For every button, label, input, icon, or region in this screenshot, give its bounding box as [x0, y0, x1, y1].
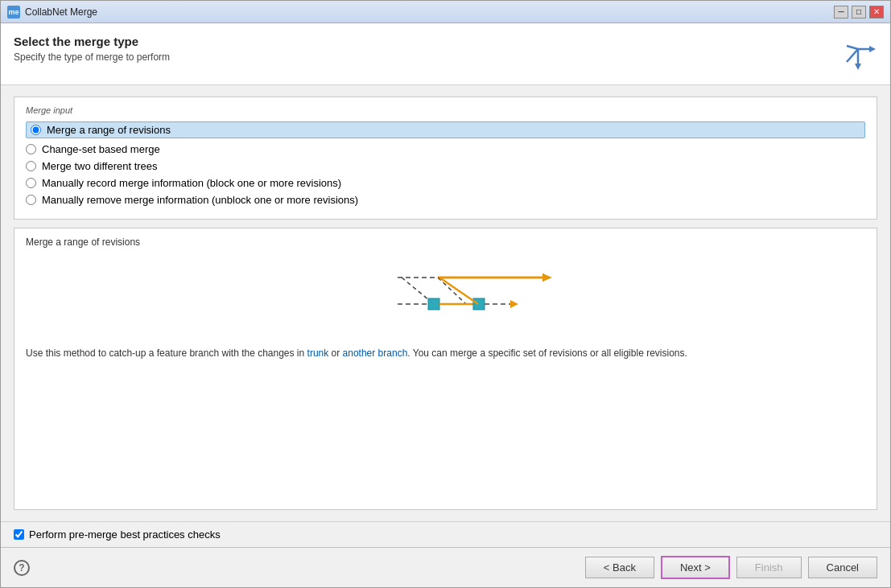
radio-two-trees[interactable] — [26, 161, 36, 171]
radio-manual-remove[interactable] — [26, 195, 36, 205]
main-content: Merge input Merge a range of revisions C… — [1, 85, 890, 521]
svg-line-0 — [847, 49, 858, 62]
radio-changeset[interactable] — [26, 144, 36, 154]
pre-merge-checkbox[interactable] — [14, 529, 24, 540]
bottom-left: ? — [14, 560, 30, 576]
radio-manual-record[interactable] — [26, 178, 36, 188]
header-icon-area — [839, 35, 877, 73]
svg-line-18 — [439, 278, 478, 304]
radio-label-1: Merge a range of revisions — [47, 124, 171, 136]
page-title: Select the merge type — [14, 35, 170, 48]
window-controls: ─ □ ✕ — [834, 6, 884, 19]
svg-marker-3 — [869, 46, 876, 52]
radio-option-4[interactable]: Manually record merge information (block… — [26, 177, 865, 189]
app-icon: me — [7, 6, 20, 19]
minimize-button[interactable]: ─ — [834, 6, 848, 19]
radio-option-3[interactable]: Merge two different trees — [26, 160, 865, 172]
checkbox-row: Perform pre-merge best practices checks — [14, 528, 877, 541]
maximize-button[interactable]: □ — [852, 6, 866, 19]
page-subtitle: Specify the type of merge to perform — [14, 51, 170, 63]
footer-section: Perform pre-merge best practices checks — [1, 521, 890, 547]
description-text: Use this method to catch-up a feature br… — [26, 346, 865, 360]
main-window: me CollabNet Merge ─ □ ✕ Select the merg… — [0, 0, 891, 588]
close-button[interactable]: ✕ — [869, 6, 884, 19]
radio-option-5[interactable]: Manually remove merge information (unblo… — [26, 194, 865, 206]
titlebar: me CollabNet Merge ─ □ ✕ — [1, 1, 890, 23]
radio-merge-range[interactable] — [31, 125, 41, 135]
header-text: Select the merge type Specify the type o… — [14, 35, 170, 63]
bottom-right: < Back Next > Finish Cancel — [585, 556, 877, 579]
help-button[interactable]: ? — [14, 560, 30, 576]
preview-label: Merge a range of revisions — [26, 236, 865, 248]
merge-input-section: Merge input Merge a range of revisions C… — [14, 97, 877, 220]
radio-label-5: Manually remove merge information (unblo… — [42, 194, 358, 206]
radio-label-2: Change-set based merge — [42, 143, 160, 155]
back-button[interactable]: < Back — [585, 557, 654, 578]
page-header: Select the merge type Specify the type o… — [1, 23, 890, 85]
merge-input-label: Merge input — [26, 105, 865, 115]
svg-line-1 — [847, 46, 858, 49]
finish-button[interactable]: Finish — [736, 557, 802, 578]
radio-label-4: Manually record merge information (block… — [42, 177, 341, 189]
svg-rect-13 — [428, 298, 439, 310]
merge-diagram — [309, 260, 583, 332]
radio-label-3: Merge two different trees — [42, 160, 158, 172]
merge-type-icon — [840, 36, 876, 72]
pre-merge-label: Perform pre-merge best practices checks — [29, 528, 221, 541]
highlight-branch: another branch — [343, 347, 408, 359]
svg-rect-15 — [473, 298, 485, 310]
radio-option-1[interactable]: Merge a range of revisions — [26, 121, 865, 138]
diagram-area — [26, 256, 865, 336]
svg-marker-9 — [542, 273, 552, 282]
svg-marker-17 — [510, 300, 518, 308]
highlight-trunk: trunk — [307, 347, 329, 359]
radio-option-2[interactable]: Change-set based merge — [26, 143, 865, 155]
merge-preview-section: Merge a range of revisions — [14, 228, 877, 510]
next-button[interactable]: Next > — [661, 556, 730, 579]
window-title: CollabNet Merge — [25, 6, 834, 18]
cancel-button[interactable]: Cancel — [808, 557, 877, 578]
bottom-bar: ? < Back Next > Finish Cancel — [1, 547, 890, 587]
svg-marker-5 — [855, 64, 861, 70]
svg-line-11 — [438, 278, 466, 304]
